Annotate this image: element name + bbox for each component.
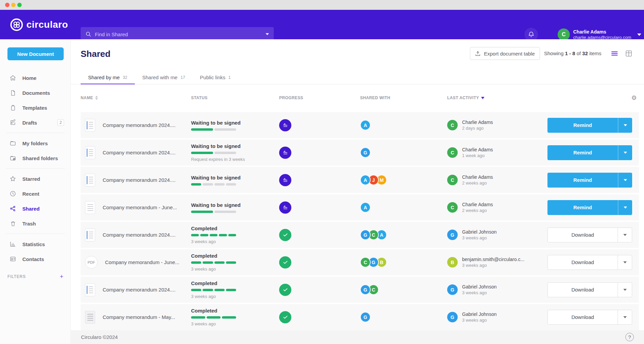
name-cell[interactable]: Company memorandum - May... (81, 311, 191, 324)
name-cell[interactable]: Company memorandum 2024.... (81, 229, 191, 241)
sidebar-item-recent[interactable]: Recent (0, 186, 71, 201)
progress-bar-segment (191, 211, 213, 213)
search-dropdown-caret-icon[interactable] (266, 33, 269, 35)
table-row: Company memorandum - June... Waiting to … (81, 194, 639, 220)
activity-time: 1 week ago (462, 153, 493, 158)
action-button-group: Remind (547, 173, 632, 188)
remind-button[interactable]: Remind (547, 173, 618, 188)
name-cell[interactable]: PDF Company memorandum - June... (81, 256, 191, 268)
help-button[interactable]: ? (625, 333, 634, 341)
action-button-group: Download (547, 310, 632, 325)
action-cell: Download (547, 310, 639, 325)
column-header-name[interactable]: NAME (81, 93, 191, 102)
sidebar-item-documents[interactable]: Documents (0, 85, 71, 100)
progress-bar-segment (191, 316, 205, 319)
shared-with-cell: G (360, 312, 447, 322)
sidebar-item-statistics[interactable]: Statistics (0, 237, 71, 252)
status-cell: Waiting to be signed Request expires in … (191, 143, 279, 162)
download-button[interactable]: Download (548, 283, 618, 297)
list-view-toggle[interactable] (611, 50, 618, 57)
download-button[interactable]: Download (548, 228, 618, 242)
add-filter-button[interactable]: + (60, 273, 63, 280)
column-header-progress[interactable]: PROGRESS (279, 93, 360, 102)
remind-button[interactable]: Remind (547, 118, 618, 133)
sidebar-item-label: Trash (22, 221, 36, 227)
tab-public-links[interactable]: Public links 1 (192, 71, 238, 84)
tab-shared-by-me[interactable]: Shared by me 32 (81, 71, 135, 84)
document-thumbnail-icon (85, 229, 95, 241)
progress-cell (279, 256, 360, 268)
sidebar-item-contacts[interactable]: Contacts (0, 252, 71, 266)
status-cell: Waiting to be signed (191, 175, 279, 186)
progress-bar-segment (228, 234, 236, 236)
status-label: Waiting to be signed (191, 202, 279, 208)
last-activity-cell: C Charlie Adams 2 weeks ago (447, 174, 547, 186)
activity-user-name: Charlie Adams (462, 119, 493, 125)
name-cell[interactable]: Company memorandum 2024.... (81, 146, 191, 159)
action-dropdown-button[interactable] (618, 145, 632, 160)
activity-user-name: benjamin.smith@circularo.c... (462, 256, 524, 262)
sidebar-item-shared[interactable]: Shared (0, 201, 71, 216)
table-settings-gear-icon[interactable]: ⚙ (631, 94, 637, 102)
action-dropdown-button[interactable] (618, 310, 632, 324)
tab-label: Public links (200, 74, 225, 80)
progress-bar (191, 183, 236, 186)
name-cell[interactable]: Company memorandum 2024.... (81, 119, 191, 132)
copyright-text: Circularo ©2024 (81, 334, 118, 340)
new-document-button[interactable]: New Document (7, 47, 64, 60)
progress-bar-segment (222, 316, 236, 319)
action-dropdown-button[interactable] (618, 173, 632, 188)
action-dropdown-button[interactable] (618, 228, 632, 242)
action-dropdown-button[interactable] (618, 255, 632, 270)
progress-bar-segment (191, 234, 199, 236)
column-header-status[interactable]: STATUS (191, 93, 279, 102)
shared-with-avatar: A (360, 202, 371, 213)
maximize-button[interactable] (17, 3, 22, 7)
last-activity-cell: G Gabriel Johnson 3 weeks ago (447, 229, 547, 241)
sidebar-divider (6, 168, 65, 169)
status-cell: Completed 3 weeks ago (191, 308, 279, 326)
sidebar-item-templates[interactable]: Templates (0, 100, 71, 115)
sidebar-item-my-folders[interactable]: My folders (0, 136, 71, 151)
export-document-table-button[interactable]: Export document table (470, 47, 540, 60)
sidebar-item-trash[interactable]: Trash (0, 216, 71, 231)
column-header-last-activity[interactable]: LAST ACTIVITY (447, 93, 547, 102)
sidebar-item-home[interactable]: Home (0, 70, 71, 85)
download-button[interactable]: Download (548, 255, 618, 270)
remind-button[interactable]: Remind (547, 200, 618, 215)
shared-with-cell: G (360, 147, 447, 158)
search-input[interactable] (95, 31, 266, 37)
name-cell[interactable]: Company memorandum - June... (81, 201, 191, 214)
progress-cell (279, 229, 360, 241)
progress-bar-segment (191, 289, 201, 291)
action-dropdown-button[interactable] (618, 283, 632, 297)
caret-down-icon (624, 179, 627, 181)
sidebar-item-label: Starred (22, 176, 40, 182)
name-cell[interactable]: Company memorandum 2024.... (81, 283, 191, 296)
action-cell: Remind (547, 145, 639, 160)
action-dropdown-button[interactable] (618, 118, 632, 133)
column-header-shared-with[interactable]: SHARED WITH (360, 93, 447, 102)
tab-shared-with-me[interactable]: Shared with me 17 (135, 71, 193, 84)
progress-bar-segment (191, 152, 213, 154)
table-row: Company memorandum - May... Completed 3 … (81, 304, 639, 330)
shared-with-avatar: A (360, 120, 371, 130)
progress-bar-segment (210, 234, 217, 236)
minimize-button[interactable] (11, 3, 16, 7)
close-button[interactable] (5, 3, 9, 7)
name-cell[interactable]: Company memorandum 2024.... (81, 174, 191, 187)
export-button-label: Export document table (484, 51, 535, 57)
action-dropdown-button[interactable] (618, 200, 632, 215)
table-row: PDF Company memorandum - June... Complet… (81, 249, 639, 275)
completed-check-icon (279, 256, 291, 268)
download-button[interactable]: Download (548, 310, 618, 324)
action-cell: Download (547, 255, 639, 270)
sidebar-item-starred[interactable]: Starred (0, 171, 71, 186)
remind-button[interactable]: Remind (547, 145, 618, 160)
caret-down-icon (624, 207, 627, 209)
sidebar-item-drafts[interactable]: Drafts2 (0, 115, 71, 130)
sidebar-item-shared-folders[interactable]: Shared folders (0, 151, 71, 166)
user-menu[interactable]: C Charlie Adams charlie.adams@circularo.… (558, 28, 641, 41)
progress-bar (191, 289, 236, 291)
grid-view-toggle[interactable] (625, 50, 632, 57)
